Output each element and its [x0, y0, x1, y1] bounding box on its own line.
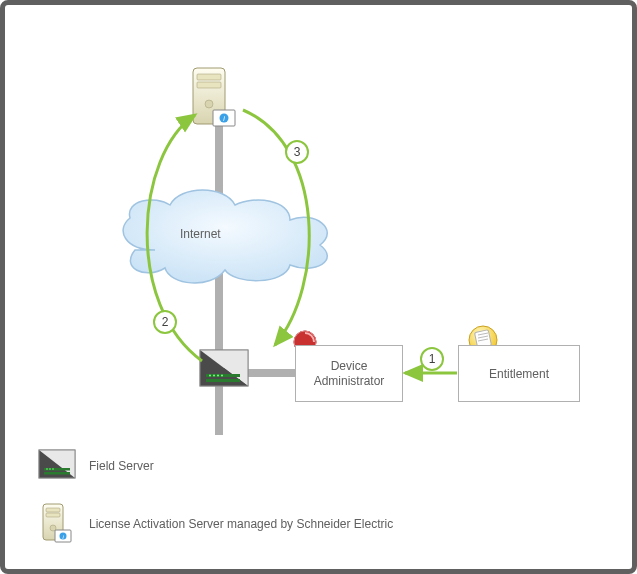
svg-rect-32 — [46, 508, 60, 512]
svg-rect-33 — [46, 513, 60, 517]
svg-rect-11 — [206, 379, 240, 382]
device-admin-label: Device Administrator — [314, 359, 385, 389]
legend-field-server-label: Field Server — [89, 459, 154, 473]
license-server-icon: i — [193, 68, 235, 126]
svg-rect-26 — [44, 472, 70, 475]
svg-point-28 — [49, 468, 51, 470]
legend-license-server-icon: i — [43, 504, 71, 542]
cloud-icon — [123, 190, 327, 283]
device-admin-box: Device Administrator — [295, 345, 403, 402]
legend-license-server-label: License Activation Server managed by Sch… — [89, 517, 393, 531]
svg-point-27 — [46, 468, 48, 470]
diagram-canvas: i — [5, 5, 632, 569]
svg-rect-2 — [197, 82, 221, 88]
svg-rect-25 — [44, 468, 70, 471]
step-1-badge: 1 — [420, 347, 444, 371]
svg-point-15 — [221, 375, 223, 377]
internet-label: Internet — [180, 227, 221, 241]
step-1-number: 1 — [429, 352, 436, 366]
step-2-number: 2 — [162, 315, 169, 329]
svg-point-13 — [213, 375, 215, 377]
step-3-badge: 3 — [285, 140, 309, 164]
step-3-number: 3 — [294, 145, 301, 159]
svg-point-3 — [205, 100, 213, 108]
svg-point-14 — [217, 375, 219, 377]
step-2-badge: 2 — [153, 310, 177, 334]
svg-rect-1 — [197, 74, 221, 80]
entitlement-label: Entitlement — [489, 367, 549, 381]
entitlement-box: Entitlement — [458, 345, 580, 402]
svg-point-29 — [52, 468, 54, 470]
svg-point-12 — [209, 375, 211, 377]
legend-field-server-icon — [39, 450, 75, 478]
diagram-frame: i — [0, 0, 637, 574]
field-server-icon — [200, 350, 248, 386]
